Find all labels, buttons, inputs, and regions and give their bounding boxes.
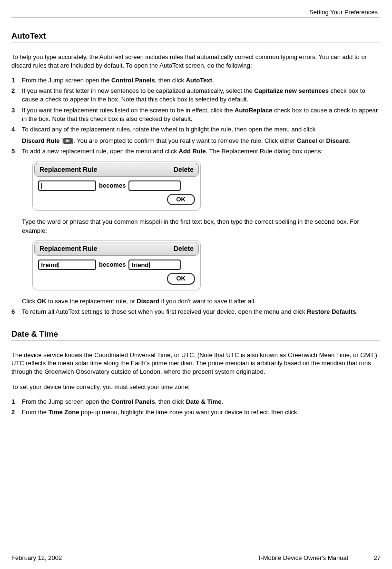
dialog-body: freind becomes friend <box>34 256 199 273</box>
step-number: 5 <box>11 147 22 305</box>
text: , then click <box>155 398 186 405</box>
text: To return all AutoText settings to those… <box>22 308 307 315</box>
bold-text: Discard <box>326 137 349 144</box>
bold-text: Control Panels <box>111 77 155 84</box>
manual-page: Setting Your Preferences AutoText To hel… <box>0 0 392 569</box>
bold-text: Restore Defaults <box>307 308 356 315</box>
correction-input[interactable]: friend <box>128 260 181 270</box>
ok-button[interactable]: OK <box>167 273 196 284</box>
step-body: If you want the replacement rules listed… <box>22 106 380 123</box>
text: [ <box>59 137 63 144</box>
bold-text: Discard Rule <box>22 137 59 144</box>
section-rule <box>11 42 380 42</box>
input-value: freind <box>41 261 58 269</box>
dialog-title: Replacement Rule <box>39 244 97 254</box>
datetime-para2: To set your device time correctly, you m… <box>11 383 380 391</box>
step-6: 6 To return all AutoText settings to tho… <box>11 308 380 316</box>
text: to save the replacement rule, or <box>46 298 137 305</box>
autotext-steps: 1 From the Jump screen open the Control … <box>11 76 380 316</box>
text: From the Jump screen open the <box>22 77 111 84</box>
text: From the <box>22 409 49 416</box>
footer-page-number: 27 <box>374 554 381 561</box>
step-body: From the Jump screen open the Control Pa… <box>22 398 380 406</box>
bold-text: Time Zone <box>49 409 79 416</box>
text: ]. You are prompted to confirm that you … <box>72 137 297 144</box>
bold-text: Discard <box>137 298 159 305</box>
text: Click <box>22 298 37 305</box>
step-1: 1 From the Jump screen open the Control … <box>11 76 380 85</box>
replacement-rule-dialog-filled: Replacement Rule Delete freind becomes f… <box>32 240 201 290</box>
dialog-titlebar: Replacement Rule Delete <box>34 242 199 256</box>
input-value: friend <box>131 261 148 269</box>
step-4: 4 To discard any of the replacement rule… <box>11 125 380 145</box>
becomes-label: becomes <box>99 260 126 269</box>
bold-text: Cancel <box>297 137 317 144</box>
datetime-intro: The device service knows the Coordinated… <box>11 351 380 376</box>
text: pop-up menu, highlight the time zone you… <box>79 409 299 416</box>
dialog-frame: Replacement Rule Delete freind becomes f… <box>32 240 201 290</box>
bold-text: Capitalize new sentences <box>254 87 329 94</box>
step-number: 6 <box>11 308 22 316</box>
ok-button[interactable]: OK <box>167 194 196 205</box>
step-body: From the Time Zone pop-up menu, highligh… <box>22 408 380 417</box>
dialog-body: becomes <box>34 177 199 194</box>
footer-date: February 12, 2002 <box>11 554 62 561</box>
trash-icon <box>63 138 72 144</box>
step-sub-text: Type the word or phrase that you common … <box>22 218 380 235</box>
step-body: From the Jump screen open the Control Pa… <box>22 76 380 85</box>
text: To discard any of the replacement rules,… <box>22 126 315 133</box>
step-number: 4 <box>11 125 22 145</box>
misspelling-input[interactable]: freind <box>38 260 96 270</box>
step-number: 1 <box>11 76 22 85</box>
step-1: 1 From the Jump screen open the Control … <box>11 398 380 406</box>
step-body: If you want the first letter in new sent… <box>22 87 380 104</box>
footer-right: T-Mobile Device Owner's Manual 27 <box>257 554 381 561</box>
text: If you want the replacement rules listed… <box>22 107 235 114</box>
header-rule <box>11 18 380 18</box>
step-number: 3 <box>11 106 22 123</box>
step-number: 2 <box>11 87 22 104</box>
bold-text: AutoText <box>186 77 212 84</box>
text: If you want the first letter in new sent… <box>22 87 254 94</box>
bold-text: Date & Time <box>186 398 222 405</box>
step-body: To discard any of the replacement rules,… <box>22 125 380 145</box>
step-sub: Discard Rule []. You are prompted to con… <box>22 137 380 145</box>
becomes-label: becomes <box>99 181 126 190</box>
page-footer: February 12, 2002 T-Mobile Device Owner'… <box>11 554 381 561</box>
misspelling-input[interactable] <box>38 180 96 191</box>
text: To add a new replacement rule, open the … <box>22 148 179 155</box>
step-3: 3 If you want the replacement rules list… <box>11 106 380 123</box>
step-2: 2 If you want the first letter in new se… <box>11 87 380 104</box>
text-cursor <box>149 262 150 268</box>
running-header: Setting Your Preferences <box>11 9 380 16</box>
datetime-steps: 1 From the Jump screen open the Control … <box>11 398 380 417</box>
autotext-heading: AutoText <box>11 31 380 41</box>
text: . <box>222 398 224 405</box>
text: . The Replacement Rule dialog box opens: <box>206 148 323 155</box>
bold-text: AutoReplace <box>235 107 272 114</box>
text-cursor <box>59 262 59 268</box>
step-number: 2 <box>11 408 22 417</box>
dialog-title: Replacement Rule <box>39 165 97 175</box>
dialog-frame: Replacement Rule Delete becomes OK <box>32 161 201 211</box>
step-body: To add a new replacement rule, open the … <box>22 147 380 305</box>
datetime-heading: Date & Time <box>11 329 380 339</box>
delete-button[interactable]: Delete <box>174 165 194 175</box>
step-5: 5 To add a new replacement rule, open th… <box>11 147 380 305</box>
step-number: 1 <box>11 398 22 406</box>
step-body: To return all AutoText settings to those… <box>22 308 380 316</box>
bold-text: Add Rule <box>179 148 206 155</box>
footer-manual-title: T-Mobile Device Owner's Manual <box>257 554 348 561</box>
correction-input[interactable] <box>128 180 181 191</box>
text: . <box>349 137 351 144</box>
dialog-titlebar: Replacement Rule Delete <box>34 163 199 177</box>
dialog-footer: OK <box>34 194 199 209</box>
text: . <box>212 77 214 84</box>
text: , then click <box>155 77 186 84</box>
dialog-footer: OK <box>34 273 199 288</box>
replacement-rule-dialog-empty: Replacement Rule Delete becomes OK <box>32 161 201 211</box>
bold-text: OK <box>37 298 47 305</box>
delete-button[interactable]: Delete <box>174 244 194 254</box>
text: if you don't want to save it after all. <box>159 298 256 305</box>
bold-text: Control Panels <box>111 398 155 405</box>
